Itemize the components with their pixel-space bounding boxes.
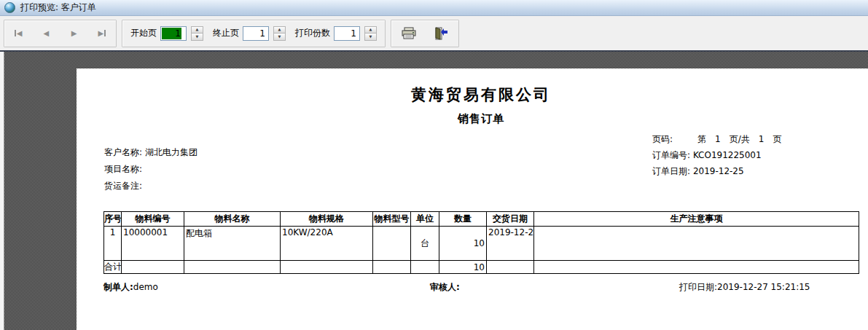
start-page-stepper[interactable]: ▲ ▼: [191, 26, 203, 41]
first-page-bar-icon: [15, 30, 16, 36]
window-title: 打印预览: 客户订单: [20, 1, 96, 14]
page-number-line: 页码:第1页/共1页: [652, 131, 781, 147]
order-meta-block: 页码:第1页/共1页 订单编号: KCO191225001 订单日期: 2019…: [652, 131, 781, 179]
first-page-button[interactable]: ◀: [7, 23, 29, 44]
last-page-button[interactable]: ▶: [91, 23, 113, 44]
start-page-value: 1: [162, 28, 181, 39]
cell-item-no: 10000001: [122, 227, 184, 261]
document-title: 销售订单: [103, 112, 859, 126]
col-header-item-name: 物料名称: [184, 212, 281, 227]
customer-line: 客户名称: 湖北电力集团: [104, 144, 198, 161]
shipping-label: 货运备注:: [104, 181, 142, 191]
customer-block: 客户名称: 湖北电力集团 项目名称: 货运备注:: [104, 144, 198, 195]
col-header-delivery-date: 交货日期: [487, 212, 534, 227]
spin-up-icon[interactable]: ▲: [364, 26, 377, 34]
total-empty-cell: [184, 261, 281, 274]
copies-value: 1: [335, 28, 359, 39]
page-number-suffix: 页: [773, 134, 781, 144]
page-total-value: 1: [759, 134, 765, 144]
order-no-label: 订单编号:: [652, 150, 690, 160]
col-header-spec: 物料规格: [281, 212, 373, 227]
arrow-right-icon: ▶: [71, 30, 77, 37]
print-date-line: 打印日期:2019-12-27 15:21:15: [679, 281, 810, 294]
end-page-value: 1: [243, 28, 268, 39]
project-label: 项目名称:: [104, 164, 142, 174]
total-qty-cell: 10: [439, 261, 487, 274]
col-header-model: 物料型号: [373, 212, 411, 227]
document-content: 黄海贸易有限公司 销售订单 页码:第1页/共1页 订单编号: KCO191225…: [103, 68, 859, 330]
copies-stepper[interactable]: ▲ ▼: [364, 26, 377, 41]
col-header-qty: 数量: [439, 212, 487, 227]
col-header-unit: 单位: [411, 212, 439, 227]
printer-icon: [401, 26, 417, 41]
total-empty-cell: [411, 261, 439, 274]
cell-unit: 台: [411, 227, 439, 261]
cell-model: [373, 227, 411, 261]
start-page-input[interactable]: 1: [160, 26, 187, 41]
total-empty-cell: [373, 261, 411, 274]
page-number-label: 页码:: [652, 134, 673, 144]
page-range-group: 开始页 1 ▲ ▼ 终止页 1 ▲ ▼ 打印份数 1 ▲ ▼: [122, 20, 386, 47]
total-empty-cell: [122, 261, 184, 274]
end-page-stepper[interactable]: ▲ ▼: [273, 26, 286, 41]
cell-notes: [534, 227, 859, 261]
col-header-item-no: 物料编号: [122, 212, 184, 227]
copies-label: 打印份数: [295, 27, 330, 39]
cell-spec: 10KW/220A: [281, 227, 373, 261]
spin-down-icon[interactable]: ▼: [364, 34, 377, 41]
cell-seq: 1: [104, 227, 122, 261]
end-page-label: 终止页: [213, 27, 239, 39]
print-button[interactable]: [396, 23, 422, 44]
print-actions-group: [391, 20, 459, 47]
cell-item-name: 配电箱: [184, 227, 281, 261]
next-page-button[interactable]: ▶: [63, 23, 85, 44]
table-row: 1 10000001 配电箱 10KW/220A 台 10 2019-12-25: [104, 227, 859, 261]
end-page-input[interactable]: 1: [243, 26, 269, 41]
app-globe-icon: [4, 2, 15, 13]
total-label-cell: 合计: [104, 261, 122, 274]
page-number-of: 页/共: [730, 134, 750, 144]
auditor-label: 审核人:: [430, 282, 460, 292]
order-date-value: 2019-12-25: [693, 166, 744, 176]
window-titlebar: 打印预览: 客户订单: [0, 0, 868, 16]
spin-down-icon[interactable]: ▼: [273, 34, 286, 41]
copies-input[interactable]: 1: [334, 26, 360, 41]
total-empty-cell: [281, 261, 373, 274]
page-number-di: 第: [697, 134, 706, 144]
exit-button[interactable]: [428, 23, 454, 44]
cell-delivery-date: 2019-12-25: [487, 227, 534, 261]
document-footer: 制单人:demo 审核人: 打印日期:2019-12-27 15:21:15: [103, 281, 859, 294]
spin-up-icon[interactable]: ▲: [191, 26, 203, 34]
spin-up-icon[interactable]: ▲: [273, 26, 286, 34]
arrow-left-icon: ◀: [44, 30, 50, 37]
order-date-label: 订单日期:: [652, 166, 690, 176]
table-total-row: 合计 10: [104, 261, 859, 274]
customer-value: 湖北电力集团: [145, 147, 198, 157]
spin-down-icon[interactable]: ▼: [191, 34, 203, 41]
cell-qty: 10: [439, 227, 487, 261]
maker-value: demo: [133, 282, 158, 292]
order-date-line: 订单日期: 2019-12-25: [652, 163, 781, 179]
maker-line: 制单人:demo: [103, 281, 158, 294]
print-date-label: 打印日期:: [679, 282, 717, 292]
order-items-table: 序号 物料编号 物料名称 物料规格 物料型号 单位 数量 交货日期 生产注意事项…: [103, 211, 859, 274]
preview-canvas: 黄海贸易有限公司 销售订单 页码:第1页/共1页 订单编号: KCO191225…: [0, 50, 868, 330]
last-page-bar-icon: [104, 30, 106, 36]
preview-left-border: [0, 52, 4, 330]
prev-page-button[interactable]: ◀: [35, 23, 57, 44]
arrow-left-icon: ◀: [17, 30, 23, 37]
col-header-seq: 序号: [104, 212, 122, 227]
print-date-value: 2019-12-27 15:21:15: [717, 282, 810, 292]
start-page-label: 开始页: [130, 27, 157, 39]
col-header-notes: 生产注意事项: [534, 212, 859, 227]
shipping-line: 货运备注:: [104, 178, 198, 195]
auditor-line: 审核人:: [430, 281, 460, 294]
order-no-line: 订单编号: KCO191225001: [652, 147, 781, 163]
company-name: 黄海贸易有限公司: [103, 85, 859, 105]
document-page: 黄海贸易有限公司 销售订单 页码:第1页/共1页 订单编号: KCO191225…: [77, 68, 868, 330]
total-empty-cell: [534, 261, 859, 274]
table-header-row: 序号 物料编号 物料名称 物料规格 物料型号 单位 数量 交货日期 生产注意事项: [104, 212, 859, 227]
exit-door-icon: [433, 26, 449, 41]
customer-label: 客户名称:: [104, 147, 142, 157]
arrow-right-icon: ▶: [98, 30, 104, 37]
